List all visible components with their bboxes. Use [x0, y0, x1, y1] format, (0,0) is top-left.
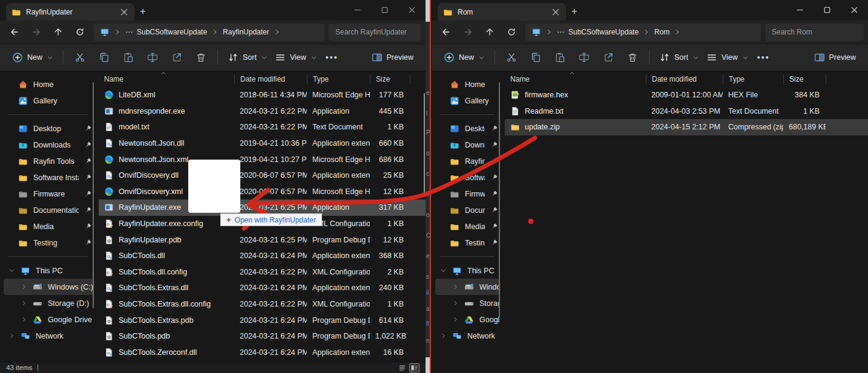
sort-button[interactable]: Sort: [656, 47, 703, 68]
new-tab-button[interactable]: +: [134, 3, 151, 20]
forward-button[interactable]: [27, 24, 46, 41]
share-icon[interactable]: [603, 52, 614, 63]
maximize-button[interactable]: [814, 0, 841, 19]
share-icon[interactable]: [171, 52, 182, 63]
breadcrumb[interactable]: ⋯ SubCSoftwareUpdate RayfinUpdater: [94, 24, 324, 41]
sidebar-item-gallery[interactable]: Gallery: [435, 92, 499, 109]
file-row[interactable]: SubCTools.Zeroconf.dll2024-03-21 6:24 PM…: [99, 345, 426, 361]
tab-close-icon[interactable]: [551, 7, 561, 17]
list-scrollbar[interactable]: [424, 93, 425, 195]
file-row[interactable]: OnvifDiscovery.xml2020-06-07 6:57 PMMicr…: [99, 184, 426, 200]
sidebar-item-firmware[interactable]: Firmware: [435, 186, 499, 202]
tab-rayfinupdater[interactable]: RayfinUpdater: [6, 3, 134, 21]
up-button[interactable]: [480, 24, 499, 41]
sidebar-item-storage-d[interactable]: Storage (D:): [4, 295, 93, 311]
file-row[interactable]: SubCTools.Extras.dll.config2024-03-21 6:…: [99, 296, 426, 313]
titlebar[interactable]: RayfinUpdater +: [0, 0, 426, 21]
column-header-size[interactable]: Size: [783, 74, 826, 84]
sidebar-item-media[interactable]: Media: [4, 218, 93, 235]
chevron-down-icon[interactable]: [440, 267, 447, 274]
details-view-button[interactable]: [397, 363, 407, 372]
copy-icon[interactable]: [530, 52, 541, 63]
delete-icon[interactable]: [196, 52, 206, 63]
sidebar-item-google-drive-g[interactable]: Google Drive (G:): [435, 311, 499, 328]
paste-icon[interactable]: [554, 52, 565, 63]
column-header-name[interactable]: Name: [99, 74, 234, 84]
breadcrumb-segment[interactable]: SubCSoftwareUpdate: [137, 28, 207, 36]
sidebar-item-home[interactable]: Home: [435, 76, 499, 92]
file-row[interactable]: model.txt2024-03-21 6:22 PMText Document…: [99, 119, 426, 135]
file-row[interactable]: RayfinUpdater.pdb2024-03-21 6:25 PMProgr…: [99, 232, 426, 248]
maximize-button[interactable]: [371, 0, 398, 19]
copy-icon[interactable]: [99, 52, 110, 63]
sidebar-item-downloads[interactable]: Downloads: [435, 137, 499, 153]
view-button[interactable]: View: [271, 47, 321, 68]
breadcrumb-ellipsis[interactable]: ⋯: [125, 28, 133, 36]
chevron-right-icon[interactable]: [8, 332, 15, 339]
refresh-button[interactable]: [502, 24, 521, 41]
column-header-date[interactable]: Date modified: [234, 74, 307, 84]
sidebar-item-windows-c[interactable]: Windows (C:): [4, 279, 93, 295]
sidebar-item-downloads[interactable]: Downloads: [4, 137, 93, 153]
column-header-type[interactable]: Type: [723, 74, 783, 84]
paste-icon[interactable]: [123, 52, 134, 63]
sidebar-item-rayfin-tools[interactable]: Rayfin Tools: [4, 153, 93, 169]
new-button[interactable]: New: [8, 47, 57, 68]
sidebar-item-testing[interactable]: Testing: [435, 235, 499, 251]
rename-icon[interactable]: [579, 52, 590, 63]
sidebar-item-rayfin-tools[interactable]: Rayfin Tools: [435, 153, 499, 169]
sidebar-item-network[interactable]: Network: [435, 328, 499, 344]
sidebar-scrollbar[interactable]: [499, 82, 500, 317]
breadcrumb-segment[interactable]: RayfinUpdater: [223, 28, 269, 36]
tab-close-icon[interactable]: [119, 7, 129, 17]
sidebar-item-this-pc[interactable]: This PC: [4, 262, 93, 279]
sidebar-item-this-pc[interactable]: This PC: [435, 262, 499, 279]
file-row[interactable]: SubCTools.Extras.dll2024-03-21 6:24 PMAp…: [99, 280, 426, 296]
preview-button[interactable]: Preview: [814, 52, 860, 63]
up-button[interactable]: [48, 24, 68, 41]
file-row[interactable]: Newtonsoft.Json.dll2019-04-21 10:36 PMAp…: [99, 135, 426, 152]
sidebar-item-gallery[interactable]: Gallery: [4, 92, 93, 109]
sidebar-item-documentation[interactable]: Documentation: [435, 202, 499, 218]
chevron-right-icon[interactable]: [452, 300, 459, 307]
chevron-right-icon[interactable]: [452, 316, 459, 323]
file-row[interactable]: SubCTools.dll2024-03-21 6:24 PMApplicati…: [99, 248, 426, 264]
sidebar-item-windows-c[interactable]: Windows (C:): [435, 279, 499, 295]
see-more-button[interactable]: •••: [752, 53, 775, 62]
sidebar-item-media[interactable]: Media: [435, 218, 499, 235]
file-row[interactable]: SubCTools.pdb2024-03-21 6:24 PMProgram D…: [99, 328, 426, 345]
tab-rom[interactable]: Rom: [438, 3, 566, 21]
titlebar[interactable]: Rom +: [432, 0, 868, 21]
chevron-right-icon[interactable]: [21, 300, 27, 307]
view-button[interactable]: View: [703, 47, 752, 68]
chevron-down-icon[interactable]: [8, 267, 15, 274]
chevron-right-icon[interactable]: [21, 316, 27, 323]
sidebar-item-storage-d[interactable]: Storage (D:): [435, 295, 499, 311]
chevron-right-icon[interactable]: [440, 332, 447, 339]
see-more-button[interactable]: •••: [321, 53, 343, 62]
sidebar-item-google-drive-g[interactable]: Google Drive (G:): [4, 311, 93, 328]
file-row[interactable]: Newtonsoft.Json.xml2019-04-21 10:27 PMMi…: [99, 151, 426, 167]
cut-icon[interactable]: [506, 52, 517, 63]
this-pc-icon[interactable]: [100, 27, 110, 37]
column-header-date[interactable]: Date modified: [646, 74, 723, 84]
file-row[interactable]: OnvifDiscovery.dll2020-06-07 6:57 PMAppl…: [99, 167, 426, 184]
sort-button[interactable]: Sort: [224, 47, 271, 68]
minimize-button[interactable]: [786, 0, 814, 19]
content-view-button[interactable]: [409, 363, 419, 372]
back-button[interactable]: [436, 24, 456, 41]
sidebar-item-network[interactable]: Network: [4, 328, 93, 344]
chevron-right-icon[interactable]: [21, 284, 27, 290]
sidebar-item-testing[interactable]: Testing: [4, 235, 93, 251]
sidebar-item-desktop[interactable]: Desktop: [435, 120, 499, 137]
sidebar-item-software-install[interactable]: Software Install: [4, 169, 93, 186]
search-input[interactable]: Search Rom: [765, 24, 863, 41]
search-input[interactable]: Search RayfinUpdater: [329, 24, 421, 41]
column-header-type[interactable]: Type: [307, 74, 370, 84]
back-button[interactable]: [5, 24, 24, 41]
preview-button[interactable]: Preview: [372, 52, 417, 63]
breadcrumb[interactable]: ⋯ SubCSoftwareUpdate Rom: [525, 24, 761, 41]
file-row[interactable]: LiteDB.xml2018-06-11 4:34 PMMicrosoft Ed…: [99, 87, 426, 103]
sidebar-item-software-install[interactable]: Software Install: [435, 169, 499, 186]
new-tab-button[interactable]: +: [566, 3, 583, 20]
